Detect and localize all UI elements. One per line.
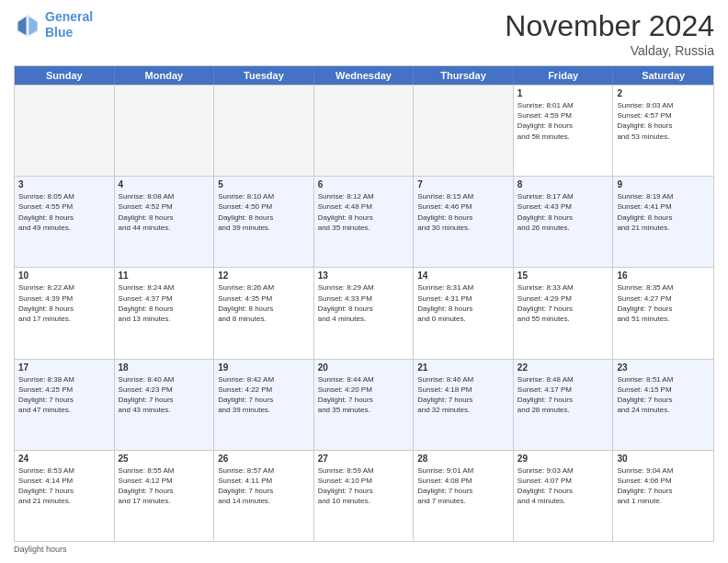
calendar-cell: 7Sunrise: 8:15 AM Sunset: 4:46 PM Daylig…: [414, 177, 514, 267]
header-thursday: Thursday: [414, 66, 514, 85]
calendar-cell: 20Sunrise: 8:44 AM Sunset: 4:20 PM Dayli…: [314, 360, 415, 450]
calendar-row: 3Sunrise: 8:05 AM Sunset: 4:55 PM Daylig…: [15, 176, 713, 267]
calendar-cell: 4Sunrise: 8:08 AM Sunset: 4:52 PM Daylig…: [115, 177, 215, 267]
cell-daylight-info: Sunrise: 9:01 AM Sunset: 4:08 PM Dayligh…: [417, 465, 509, 507]
logo-line2: Blue: [45, 25, 73, 40]
day-number: 29: [518, 454, 609, 464]
calendar-cell: 9Sunrise: 8:19 AM Sunset: 4:41 PM Daylig…: [613, 177, 713, 267]
calendar-cell: [115, 86, 215, 176]
day-number: 21: [417, 362, 509, 373]
calendar-cell: 10Sunrise: 8:22 AM Sunset: 4:39 PM Dayli…: [15, 268, 115, 358]
day-number: 19: [218, 362, 310, 373]
logo-line1: General: [45, 9, 93, 24]
calendar-header: Sunday Monday Tuesday Wednesday Thursday…: [15, 66, 713, 85]
page: General Blue November 2024 Valday, Russi…: [0, 0, 728, 563]
calendar-cell: 14Sunrise: 8:31 AM Sunset: 4:31 PM Dayli…: [414, 268, 514, 358]
logo-icon: [14, 11, 41, 39]
calendar-cell: 30Sunrise: 9:04 AM Sunset: 4:06 PM Dayli…: [613, 451, 713, 541]
cell-daylight-info: Sunrise: 8:35 AM Sunset: 4:27 PM Dayligh…: [617, 282, 710, 324]
calendar-cell: [414, 86, 514, 176]
calendar-cell: 18Sunrise: 8:40 AM Sunset: 4:23 PM Dayli…: [115, 360, 215, 450]
cell-daylight-info: Sunrise: 8:15 AM Sunset: 4:46 PM Dayligh…: [417, 191, 509, 233]
calendar-cell: 6Sunrise: 8:12 AM Sunset: 4:48 PM Daylig…: [314, 177, 415, 267]
calendar-cell: [214, 86, 314, 176]
day-number: 2: [617, 88, 710, 98]
cell-daylight-info: Sunrise: 8:10 AM Sunset: 4:50 PM Dayligh…: [218, 191, 310, 233]
cell-daylight-info: Sunrise: 9:04 AM Sunset: 4:06 PM Dayligh…: [617, 465, 710, 507]
calendar-cell: 23Sunrise: 8:51 AM Sunset: 4:15 PM Dayli…: [613, 360, 713, 450]
cell-daylight-info: Sunrise: 8:53 AM Sunset: 4:14 PM Dayligh…: [18, 465, 110, 507]
calendar-cell: 26Sunrise: 8:57 AM Sunset: 4:11 PM Dayli…: [214, 451, 314, 541]
day-number: 4: [119, 179, 210, 190]
cell-daylight-info: Sunrise: 8:59 AM Sunset: 4:10 PM Dayligh…: [318, 465, 410, 507]
title-block: November 2024 Valday, Russia: [505, 9, 714, 58]
cell-daylight-info: Sunrise: 8:33 AM Sunset: 4:29 PM Dayligh…: [518, 282, 609, 324]
calendar-row: 10Sunrise: 8:22 AM Sunset: 4:39 PM Dayli…: [15, 267, 713, 358]
cell-daylight-info: Sunrise: 8:44 AM Sunset: 4:20 PM Dayligh…: [318, 374, 410, 416]
day-number: 1: [518, 88, 609, 98]
calendar-cell: 24Sunrise: 8:53 AM Sunset: 4:14 PM Dayli…: [15, 451, 115, 541]
cell-daylight-info: Sunrise: 8:26 AM Sunset: 4:35 PM Dayligh…: [218, 282, 310, 324]
day-number: 26: [218, 454, 310, 464]
calendar-cell: [314, 86, 415, 176]
calendar-cell: 16Sunrise: 8:35 AM Sunset: 4:27 PM Dayli…: [613, 268, 713, 358]
day-number: 6: [318, 179, 410, 190]
header: General Blue November 2024 Valday, Russi…: [14, 9, 714, 58]
cell-daylight-info: Sunrise: 8:29 AM Sunset: 4:33 PM Dayligh…: [318, 282, 410, 324]
cell-daylight-info: Sunrise: 8:19 AM Sunset: 4:41 PM Dayligh…: [617, 191, 710, 233]
day-number: 22: [518, 362, 609, 373]
calendar-cell: 21Sunrise: 8:46 AM Sunset: 4:18 PM Dayli…: [414, 360, 514, 450]
header-saturday: Saturday: [613, 66, 713, 85]
cell-daylight-info: Sunrise: 8:03 AM Sunset: 4:57 PM Dayligh…: [617, 100, 710, 142]
header-monday: Monday: [115, 66, 215, 85]
calendar-cell: 8Sunrise: 8:17 AM Sunset: 4:43 PM Daylig…: [514, 177, 614, 267]
calendar-cell: 19Sunrise: 8:42 AM Sunset: 4:22 PM Dayli…: [214, 360, 314, 450]
day-number: 15: [518, 270, 609, 281]
cell-daylight-info: Sunrise: 8:17 AM Sunset: 4:43 PM Dayligh…: [518, 191, 609, 233]
month-title: November 2024: [505, 9, 714, 43]
cell-daylight-info: Sunrise: 8:48 AM Sunset: 4:17 PM Dayligh…: [518, 374, 609, 416]
cell-daylight-info: Sunrise: 8:40 AM Sunset: 4:23 PM Dayligh…: [119, 374, 210, 416]
calendar-body: 1Sunrise: 8:01 AM Sunset: 4:59 PM Daylig…: [15, 85, 713, 541]
calendar-cell: 13Sunrise: 8:29 AM Sunset: 4:33 PM Dayli…: [314, 268, 415, 358]
day-number: 7: [417, 179, 509, 190]
day-number: 23: [617, 362, 710, 373]
footer-note: Daylight hours: [14, 545, 714, 554]
cell-daylight-info: Sunrise: 8:12 AM Sunset: 4:48 PM Dayligh…: [318, 191, 410, 233]
calendar-row: 24Sunrise: 8:53 AM Sunset: 4:14 PM Dayli…: [15, 450, 713, 541]
day-number: 3: [18, 179, 110, 190]
day-number: 27: [318, 454, 410, 464]
cell-daylight-info: Sunrise: 8:08 AM Sunset: 4:52 PM Dayligh…: [119, 191, 210, 233]
cell-daylight-info: Sunrise: 8:22 AM Sunset: 4:39 PM Dayligh…: [18, 282, 110, 324]
header-friday: Friday: [514, 66, 614, 85]
header-sunday: Sunday: [15, 66, 115, 85]
calendar-cell: 25Sunrise: 8:55 AM Sunset: 4:12 PM Dayli…: [115, 451, 215, 541]
day-number: 25: [119, 454, 210, 464]
calendar-cell: 5Sunrise: 8:10 AM Sunset: 4:50 PM Daylig…: [214, 177, 314, 267]
cell-daylight-info: Sunrise: 8:24 AM Sunset: 4:37 PM Dayligh…: [119, 282, 210, 324]
day-number: 9: [617, 179, 710, 190]
day-number: 5: [218, 179, 310, 190]
logo-text: General Blue: [45, 9, 93, 40]
day-number: 10: [18, 270, 110, 281]
header-tuesday: Tuesday: [214, 66, 314, 85]
cell-daylight-info: Sunrise: 8:57 AM Sunset: 4:11 PM Dayligh…: [218, 465, 310, 507]
day-number: 8: [518, 179, 609, 190]
calendar-cell: 28Sunrise: 9:01 AM Sunset: 4:08 PM Dayli…: [414, 451, 514, 541]
day-number: 30: [617, 454, 710, 464]
calendar-cell: 1Sunrise: 8:01 AM Sunset: 4:59 PM Daylig…: [514, 86, 614, 176]
day-number: 20: [318, 362, 410, 373]
calendar-cell: 3Sunrise: 8:05 AM Sunset: 4:55 PM Daylig…: [15, 177, 115, 267]
cell-daylight-info: Sunrise: 8:38 AM Sunset: 4:25 PM Dayligh…: [18, 374, 110, 416]
day-number: 17: [18, 362, 110, 373]
calendar-cell: 17Sunrise: 8:38 AM Sunset: 4:25 PM Dayli…: [15, 360, 115, 450]
calendar-row: 1Sunrise: 8:01 AM Sunset: 4:59 PM Daylig…: [15, 85, 713, 176]
cell-daylight-info: Sunrise: 8:51 AM Sunset: 4:15 PM Dayligh…: [617, 374, 710, 416]
calendar-cell: 11Sunrise: 8:24 AM Sunset: 4:37 PM Dayli…: [115, 268, 215, 358]
cell-daylight-info: Sunrise: 9:03 AM Sunset: 4:07 PM Dayligh…: [518, 465, 609, 507]
day-number: 13: [318, 270, 410, 281]
cell-daylight-info: Sunrise: 8:42 AM Sunset: 4:22 PM Dayligh…: [218, 374, 310, 416]
cell-daylight-info: Sunrise: 8:05 AM Sunset: 4:55 PM Dayligh…: [18, 191, 110, 233]
calendar: Sunday Monday Tuesday Wednesday Thursday…: [14, 65, 714, 542]
calendar-cell: 12Sunrise: 8:26 AM Sunset: 4:35 PM Dayli…: [214, 268, 314, 358]
